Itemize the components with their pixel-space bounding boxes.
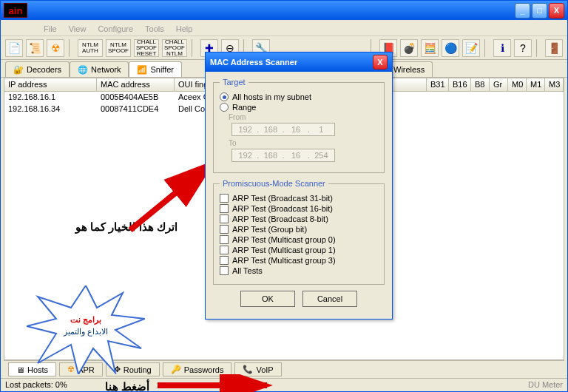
promiscuous-legend: Promiscuous-Mode Scanner bbox=[220, 179, 328, 188]
annotation-press-here: أضغط هنا bbox=[105, 380, 149, 392]
check-arp-8[interactable]: ARP Test (Broadcast 8-bit) bbox=[220, 214, 378, 223]
checkbox-icon bbox=[220, 194, 229, 203]
ok-button[interactable]: OK bbox=[240, 291, 295, 307]
col-b31[interactable]: B31 bbox=[427, 78, 449, 91]
app-logo: ain bbox=[4, 3, 27, 18]
menu-view[interactable]: View bbox=[64, 23, 91, 36]
exit-icon[interactable]: 🚪 bbox=[545, 39, 563, 57]
mac-scanner-dialog: MAC Address Scanner X Target All hosts i… bbox=[205, 52, 393, 320]
status-right: DU Meter bbox=[528, 380, 563, 390]
starburst: برامج نت الابداع والتميز bbox=[27, 285, 145, 374]
titlebar: ain _ □ X bbox=[1, 1, 567, 20]
check-mcast-1[interactable]: ARP Test (Multicast group 1) bbox=[220, 246, 378, 254]
ip-from-input: 192.168.16.1 bbox=[231, 123, 335, 136]
tab-decoders[interactable]: 🔐Decoders bbox=[5, 61, 70, 77]
statusbar: Lost packets: 0% DU Meter bbox=[1, 378, 567, 391]
menu-configure[interactable]: Configure bbox=[93, 23, 138, 36]
explode-icon[interactable]: 💣 bbox=[400, 39, 418, 57]
info-icon[interactable]: ℹ bbox=[493, 39, 511, 57]
close-button[interactable]: X bbox=[549, 3, 564, 18]
radio-icon bbox=[220, 103, 229, 112]
chall-ntlm-button[interactable]: CHALL SPOOF NTLM bbox=[162, 39, 187, 57]
checkbox-icon bbox=[220, 235, 229, 244]
col-b16[interactable]: B16 bbox=[449, 78, 471, 91]
checkbox-icon bbox=[220, 266, 229, 275]
tab-network[interactable]: 🌐Network bbox=[70, 61, 129, 77]
help-icon[interactable]: ? bbox=[514, 39, 532, 57]
checkbox-icon bbox=[220, 256, 229, 265]
col-ip[interactable]: IP address bbox=[4, 78, 97, 91]
col-m3[interactable]: M3 bbox=[545, 78, 564, 91]
to-label: To bbox=[229, 139, 378, 147]
globe-icon: 🌐 bbox=[78, 65, 88, 75]
menubar: File View Configure Tools Help bbox=[1, 20, 567, 36]
col-mac[interactable]: MAC address bbox=[97, 78, 175, 91]
from-label: From bbox=[229, 113, 378, 121]
maximize-button[interactable]: □ bbox=[532, 3, 547, 18]
dialog-title: MAC Address Scanner bbox=[210, 58, 297, 67]
chall-reset-button[interactable]: CHALL SPOOF RESET bbox=[134, 39, 159, 57]
ball-icon[interactable]: 🔵 bbox=[442, 39, 459, 57]
menu-tools[interactable]: Tools bbox=[141, 23, 169, 36]
lock-icon: 🔐 bbox=[13, 65, 24, 75]
col-gr[interactable]: Gr bbox=[490, 78, 508, 91]
check-arp-31[interactable]: ARP Test (Broadcast 31-bit) bbox=[220, 194, 378, 203]
check-all-tests[interactable]: All Tests bbox=[220, 266, 378, 275]
checkbox-icon bbox=[220, 204, 229, 213]
ip-to-input: 192.168.16.254 bbox=[231, 149, 335, 162]
minimize-button[interactable]: _ bbox=[515, 3, 530, 18]
cancel-button[interactable]: Cancel bbox=[302, 291, 357, 307]
menu-help[interactable]: Help bbox=[172, 23, 197, 36]
host-icon: 🖥 bbox=[16, 365, 24, 374]
ntlm-auth-button[interactable]: NTLM AUTH bbox=[78, 39, 103, 57]
calc-icon[interactable]: 🧮 bbox=[421, 39, 439, 57]
checkbox-icon bbox=[220, 225, 229, 234]
menu-file[interactable]: File bbox=[39, 23, 61, 36]
col-m0[interactable]: M0 bbox=[508, 78, 527, 91]
radio-all-hosts[interactable]: All hosts in my subnet bbox=[220, 92, 378, 101]
check-mcast-0[interactable]: ARP Test (Multicast group 0) bbox=[220, 235, 378, 244]
check-mcast-3[interactable]: ARP Test (Multicast group 3) bbox=[220, 256, 378, 265]
target-legend: Target bbox=[220, 78, 248, 87]
radio-range[interactable]: Range bbox=[220, 103, 378, 112]
nuclear-icon[interactable]: ☢ bbox=[47, 39, 64, 57]
new-icon[interactable]: 📄 bbox=[5, 39, 23, 57]
tab-sniffer[interactable]: 📶Sniffer bbox=[129, 61, 182, 77]
dialog-close-button[interactable]: X bbox=[373, 55, 388, 70]
status-left: Lost packets: 0% bbox=[5, 380, 67, 390]
voip-icon: 📞 bbox=[243, 365, 253, 374]
sniffer-icon: 📶 bbox=[137, 65, 147, 75]
check-arp-group[interactable]: ARP Test (Group bit) bbox=[220, 225, 378, 234]
check-arp-16[interactable]: ARP Test (Broadcast 16-bit) bbox=[220, 204, 378, 213]
ntlm-spoof-button[interactable]: NTLM SPOOF bbox=[106, 39, 131, 57]
dialog-titlebar: MAC Address Scanner X bbox=[206, 53, 392, 72]
doc-icon[interactable]: 📝 bbox=[462, 39, 480, 57]
col-b8[interactable]: B8 bbox=[471, 78, 490, 91]
checkbox-icon bbox=[220, 246, 229, 254]
col-m1[interactable]: M1 bbox=[527, 78, 545, 91]
script-icon[interactable]: 📜 bbox=[26, 39, 44, 57]
promiscuous-fieldset: Promiscuous-Mode Scanner ARP Test (Broad… bbox=[213, 179, 385, 285]
target-fieldset: Target All hosts in my subnet Range From… bbox=[213, 78, 385, 173]
key-icon: 🔑 bbox=[171, 365, 181, 374]
radio-icon bbox=[220, 92, 229, 101]
arrow-to-ok bbox=[156, 374, 278, 392]
checkbox-icon bbox=[220, 214, 229, 223]
